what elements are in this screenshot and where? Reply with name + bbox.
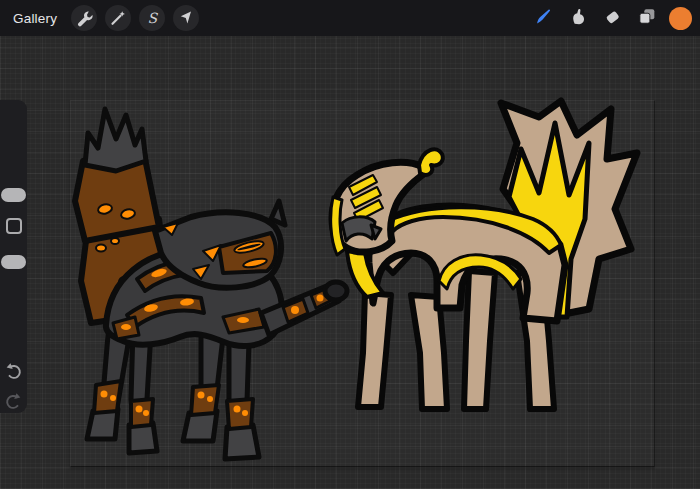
selection-button[interactable]: S bbox=[139, 5, 165, 31]
gallery-button[interactable]: Gallery bbox=[0, 11, 71, 26]
actions-button[interactable] bbox=[71, 5, 97, 31]
canvas-artwork bbox=[70, 100, 655, 467]
eraser-icon bbox=[602, 6, 622, 30]
layers-button[interactable] bbox=[629, 3, 663, 33]
transform-button[interactable] bbox=[173, 5, 199, 31]
artwork-dark-creature bbox=[75, 109, 347, 459]
workspace-background bbox=[0, 36, 700, 489]
eraser-tool-button[interactable] bbox=[595, 3, 629, 33]
brush-sidebar bbox=[0, 100, 27, 413]
artwork-tan-creature bbox=[331, 101, 637, 409]
procreate-app: Gallery S bbox=[0, 0, 700, 489]
drawing-canvas[interactable] bbox=[70, 100, 655, 467]
paint-tools-group bbox=[527, 0, 700, 36]
opacity-slider[interactable] bbox=[1, 255, 26, 269]
s-curve-icon: S bbox=[147, 11, 157, 25]
top-toolbar: Gallery S bbox=[0, 0, 700, 36]
redo-button[interactable] bbox=[4, 392, 23, 411]
cursor-arrow-icon bbox=[177, 9, 195, 27]
smudge-tool-button[interactable] bbox=[561, 3, 595, 33]
brush-tool-button[interactable] bbox=[527, 3, 561, 33]
layers-icon bbox=[636, 6, 656, 30]
redo-arrow-icon bbox=[4, 392, 23, 411]
magic-wand-icon bbox=[109, 9, 127, 27]
color-swatch[interactable] bbox=[669, 7, 692, 30]
adjustments-button[interactable] bbox=[105, 5, 131, 31]
modify-button[interactable] bbox=[6, 218, 22, 234]
undo-button[interactable] bbox=[4, 362, 23, 381]
wrench-icon bbox=[75, 9, 93, 27]
undo-arrow-icon bbox=[4, 362, 23, 381]
brush-size-slider[interactable] bbox=[1, 188, 26, 202]
finger-icon bbox=[568, 6, 588, 30]
brush-icon bbox=[534, 6, 554, 30]
